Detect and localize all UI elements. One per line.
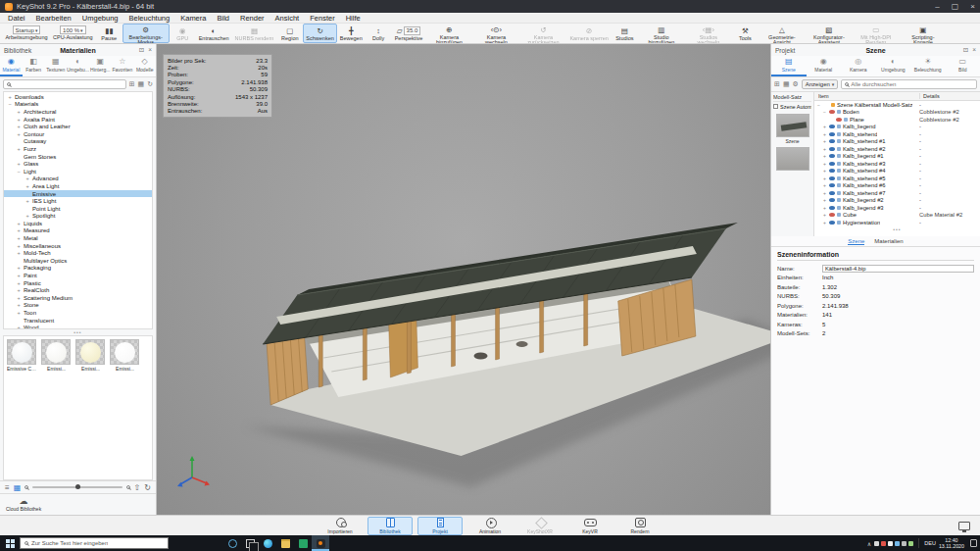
tree-item[interactable]: + Contour: [4, 130, 152, 138]
toolbar-item[interactable]: Startup ▾ Arbeitsumgebung: [3, 24, 50, 43]
library-tab[interactable]: ◐ Umgebu...: [67, 56, 89, 76]
tree-item[interactable]: − Materials: [4, 101, 152, 109]
upload-icon[interactable]: ⇧: [134, 483, 141, 492]
zoom-in-icon[interactable]: [126, 485, 130, 489]
tree-expander[interactable]: +: [822, 131, 827, 137]
tree-item[interactable]: + Paint: [4, 272, 152, 279]
tree-expander[interactable]: +: [16, 109, 22, 115]
tree-expander[interactable]: −: [822, 109, 827, 115]
tree-expander[interactable]: +: [16, 117, 22, 123]
tree-item[interactable]: + Metal: [4, 234, 152, 242]
maximize-button[interactable]: ▢: [952, 2, 959, 11]
tree-expander[interactable]: +: [822, 124, 827, 129]
tree-item[interactable]: + Scattering Medium: [4, 294, 152, 302]
model-set-auto-checkbox[interactable]: Szene Automat: [773, 102, 811, 111]
dock-button[interactable]: Rendern: [617, 517, 662, 535]
dock-button[interactable]: Importieren: [318, 517, 363, 535]
toolbar-item[interactable]: ‹▦› Studios wechseln: [685, 24, 732, 43]
folder-view-icon[interactable]: ▦: [138, 79, 145, 89]
tree-expander[interactable]: +: [822, 182, 827, 188]
tree-item[interactable]: + Mold-Tech: [4, 249, 152, 257]
toolbar-item[interactable]: ◐ Entrauschen: [196, 24, 232, 43]
tree-expander[interactable]: +: [822, 146, 827, 152]
visibility-eye-icon[interactable]: [829, 162, 835, 166]
undock-icon[interactable]: ⊡: [963, 46, 968, 54]
tree-item[interactable]: Emissive: [4, 190, 152, 198]
tree-expander[interactable]: +: [7, 94, 13, 100]
column-details[interactable]: Details: [919, 93, 980, 99]
tree-expander[interactable]: +: [24, 183, 30, 189]
toolbar-item[interactable]: ⚙ Bearbeitungs-Modus: [122, 24, 170, 43]
visibility-eye-icon[interactable]: [829, 110, 835, 114]
library-tab[interactable]: ▣ Hinterg...: [89, 56, 112, 76]
scene-tree-row[interactable]: + Kalb_stehend #1 -: [814, 138, 980, 146]
action-center-icon[interactable]: [970, 539, 977, 547]
tree-item[interactable]: + Liquids: [4, 220, 152, 227]
scene-tree-row[interactable]: + Kalb_liegend -: [814, 124, 980, 131]
tree-item[interactable]: + Glass: [4, 160, 152, 168]
tree-expander[interactable]: +: [16, 161, 22, 167]
library-tab[interactable]: ▦ Texturen: [44, 56, 67, 76]
visibility-eye-icon[interactable]: [829, 125, 835, 128]
tree-item[interactable]: + IES Light: [4, 197, 152, 205]
undock-icon[interactable]: ⊡: [139, 46, 144, 54]
menu-item[interactable]: Bild: [217, 14, 229, 23]
library-tab[interactable]: ☆ Favoriten: [112, 56, 134, 76]
presentation-mode-icon[interactable]: [958, 522, 970, 530]
tree-expander[interactable]: +: [24, 213, 30, 219]
tree-item[interactable]: + RealCloth: [4, 286, 152, 294]
visibility-eye-icon[interactable]: [836, 118, 842, 122]
visibility-eye-icon[interactable]: [829, 198, 835, 202]
tree-expander[interactable]: +: [822, 175, 827, 181]
visibility-eye-icon[interactable]: [829, 183, 835, 187]
dock-button[interactable]: Bibliothek: [368, 517, 413, 535]
tree-expander[interactable]: +: [822, 168, 827, 174]
scene-search-box[interactable]: [841, 79, 977, 89]
toolbar-item[interactable]: ▮▮ Pause: [96, 24, 122, 43]
tree-expander[interactable]: +: [24, 175, 30, 181]
toolbar-item[interactable]: ▣ Scripting-Konsole: [900, 24, 947, 43]
tree-expander[interactable]: +: [16, 287, 22, 293]
tree-item[interactable]: + Architectural: [4, 108, 152, 116]
toolbar-item[interactable]: ⊕ Kamera hinzufügen: [425, 24, 472, 43]
tree-item[interactable]: + Toon: [4, 309, 152, 317]
toolbar-item[interactable]: ⊘ Kamera sperren: [566, 24, 611, 43]
scene-search-input[interactable]: [851, 81, 973, 87]
filter-icon[interactable]: ⊞: [129, 79, 135, 89]
visibility-eye-icon[interactable]: [829, 147, 835, 151]
taskbar-app[interactable]: [294, 535, 312, 551]
menu-item[interactable]: Beleuchtung: [129, 14, 171, 23]
visibility-eye-icon[interactable]: [829, 191, 835, 195]
scene-sub-tab[interactable]: Materialien: [874, 238, 903, 245]
taskbar-app[interactable]: [241, 535, 259, 551]
sync-icon[interactable]: ↻: [144, 483, 151, 492]
scene-tree-row[interactable]: Plane Cobblestone #2: [814, 116, 980, 124]
library-tab[interactable]: ◉ Material: [0, 56, 23, 76]
toolbar-item[interactable]: ↕ Dolly: [366, 24, 392, 43]
taskbar-app[interactable]: [259, 535, 276, 551]
scene-tree-row[interactable]: − Szene Kälberstall Modell-Satz -: [814, 101, 980, 109]
tree-item[interactable]: + Measured: [4, 227, 152, 235]
tree-expander[interactable]: +: [16, 243, 22, 249]
tree-item[interactable]: Point Light: [4, 205, 152, 213]
visibility-eye-icon[interactable]: [829, 221, 835, 225]
tree-resize-handle[interactable]: •••: [814, 226, 980, 232]
project-tab[interactable]: ▤ Szene: [771, 56, 807, 76]
tree-expander[interactable]: +: [16, 131, 22, 137]
material-thumbnail[interactable]: Emissive Cool: [7, 339, 37, 372]
tree-expander[interactable]: +: [822, 153, 827, 159]
tree-item[interactable]: Translucent: [4, 317, 152, 325]
library-search-input[interactable]: [13, 81, 122, 87]
project-tab[interactable]: ◎ Kamera: [841, 56, 876, 76]
library-search-box[interactable]: [3, 79, 126, 89]
tree-item[interactable]: + Plastic: [4, 279, 152, 287]
toolbar-item[interactable]: △ Geometrie-Ansicht: [759, 24, 806, 43]
library-tab[interactable]: ◧ Farben: [23, 56, 45, 76]
tray-icon[interactable]: [881, 541, 886, 546]
tree-item[interactable]: + Packaging: [4, 265, 152, 273]
library-tab[interactable]: ◇ Modelle: [133, 56, 156, 76]
tree-expander[interactable]: +: [16, 302, 22, 308]
dock-button[interactable]: KeyVR: [567, 517, 612, 535]
taskbar-app[interactable]: [276, 535, 294, 551]
tree-item[interactable]: + Fuzz: [4, 145, 152, 153]
